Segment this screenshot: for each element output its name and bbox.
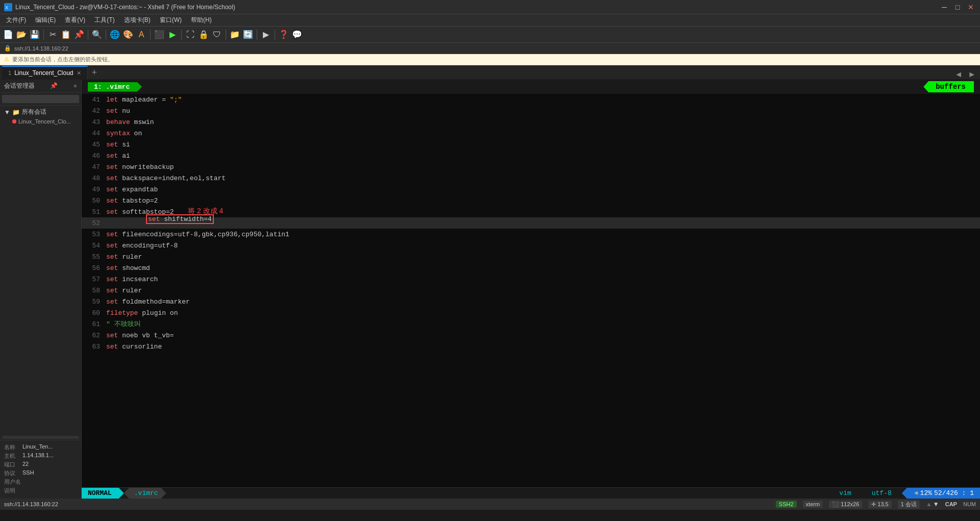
- sidebar-search-input[interactable]: [2, 95, 79, 103]
- tab-add-button[interactable]: +: [88, 66, 102, 79]
- folder-button[interactable]: 📁: [229, 29, 241, 41]
- stop-button[interactable]: ⬛: [153, 29, 165, 41]
- line-num-41: 41: [82, 96, 106, 104]
- host-value: 1.14.138.1...: [22, 452, 77, 460]
- line-content-55: set ruler: [106, 253, 142, 261]
- sidebar-search-area: [0, 93, 81, 106]
- line-num-62: 62: [82, 332, 106, 339]
- line-num-53: 53: [82, 231, 106, 238]
- tab-next-button[interactable]: ►: [966, 70, 978, 79]
- line-num-43: 43: [82, 118, 106, 126]
- sidebar-pin-icon: 📌: [50, 82, 58, 90]
- all-sessions-header[interactable]: ▼ 📁 所有会话: [4, 108, 77, 116]
- bottom-bar: ssh://1.14.138.160:22 SSH2 xterm ⬛ 112x2…: [0, 499, 980, 510]
- line-content-63: set cursorline: [106, 343, 162, 351]
- maximize-button[interactable]: □: [952, 2, 963, 12]
- menu-tools[interactable]: 工具(T): [90, 15, 118, 26]
- line-num-48: 48: [82, 175, 106, 182]
- code-line-60: 60 filetype plugin on: [82, 307, 980, 318]
- lock-button[interactable]: 🔒: [198, 29, 210, 41]
- bottom-sessions-badge: 1 会话: [898, 500, 920, 509]
- bottom-size-badge: ⬛ 112x26: [829, 501, 862, 508]
- tab-linux-tencent[interactable]: 1 Linux_Tencent_Cloud ✕: [2, 66, 88, 79]
- more-button[interactable]: ▶: [260, 29, 272, 41]
- sidebar-close-icon[interactable]: ✕: [74, 82, 77, 90]
- menu-window[interactable]: 窗口(W): [156, 15, 186, 26]
- copy-button[interactable]: 📋: [60, 29, 72, 41]
- session-info: 名称 Linux_Ten... 主机 1.14.138.1... 端口 22 协…: [0, 440, 81, 499]
- code-line-59: 59 set foldmethod=marker: [82, 296, 980, 307]
- menu-view[interactable]: 查看(V): [61, 15, 89, 26]
- line-num-58: 58: [82, 287, 106, 294]
- save-button[interactable]: 💾: [29, 29, 41, 41]
- paste-button[interactable]: 📌: [73, 29, 85, 41]
- session-label: Linux_Tencent_Clo...: [18, 118, 71, 125]
- toolbar-sep-2: [88, 30, 88, 40]
- vim-progress: 12%: [920, 489, 932, 497]
- line-content-44: syntax on: [106, 130, 142, 137]
- cut-button[interactable]: ✂: [46, 29, 59, 41]
- code-line-61: 61 " 不吱吱叫: [82, 318, 980, 330]
- menu-tabs[interactable]: 选项卡(B): [120, 15, 155, 26]
- line-content-46: set ai: [106, 152, 130, 160]
- line-content-59: set foldmethod=marker: [106, 298, 190, 306]
- terminal-area[interactable]: 1: .vimrc buffers 41 let mapleader = ";"…: [82, 80, 980, 499]
- connect-button[interactable]: 🌐: [109, 29, 121, 41]
- line-content-61: " 不吱吱叫: [106, 319, 141, 329]
- help-button[interactable]: ❓: [278, 29, 290, 41]
- line-num-55: 55: [82, 253, 106, 261]
- code-line-55: 55 set ruler: [82, 251, 980, 262]
- toolbar-sep-8: [275, 30, 275, 40]
- new-button[interactable]: 📄: [2, 29, 14, 41]
- buffers-button[interactable]: buffers: [923, 81, 974, 92]
- line-num-44: 44: [82, 130, 106, 137]
- username-value: [22, 478, 77, 486]
- code-line-44: 44 syntax on: [82, 128, 980, 139]
- color-button[interactable]: 🎨: [122, 29, 134, 41]
- session-item-linux[interactable]: Linux_Tencent_Clo...: [4, 117, 77, 126]
- line-content-56: set showcmd: [106, 264, 150, 272]
- menu-edit[interactable]: 编辑(E): [31, 15, 60, 26]
- username-label: 用户名: [4, 478, 22, 486]
- app-icon: X Linux_Tencent_Cloud - zw@VM-0-17-cento…: [4, 3, 235, 11]
- toolbar-sep-3: [106, 30, 106, 40]
- info-port: 端口 22: [4, 461, 77, 468]
- num-indicator: NUM: [963, 501, 976, 507]
- close-button[interactable]: ✕: [966, 2, 976, 12]
- find-button[interactable]: 🔍: [91, 29, 103, 41]
- sidebar-scrollbar[interactable]: [2, 436, 79, 439]
- port-value: 22: [22, 461, 77, 468]
- code-line-42: 42 set nu: [82, 105, 980, 116]
- menu-help[interactable]: 帮助(H): [187, 15, 216, 26]
- transfer-button[interactable]: 🔄: [242, 29, 254, 41]
- toolbar-sep-7: [257, 30, 257, 40]
- code-line-47: 47 set nowritebackup: [82, 161, 980, 172]
- nav-up-arrow[interactable]: ▲: [926, 501, 932, 508]
- toolbar-sep-5: [181, 30, 182, 40]
- code-line-50: 50 set tabstop=2: [82, 195, 980, 206]
- tab-close-button[interactable]: ✕: [77, 70, 81, 77]
- open-button[interactable]: 📂: [15, 29, 28, 41]
- line-content-48: set backspace=indent,eol,start: [106, 175, 226, 182]
- tab-prev-button[interactable]: ◄: [952, 70, 965, 79]
- code-line-58: 58 set ruler: [82, 285, 980, 296]
- expand-button[interactable]: ⛶: [184, 29, 197, 41]
- nav-down-arrow[interactable]: ▼: [933, 501, 939, 508]
- cursor-icon: ✛: [871, 501, 876, 507]
- code-area: 41 let mapleader = ";" 42 set nu 43 beha…: [82, 94, 980, 487]
- window-title: Linux_Tencent_Cloud - zw@VM-0-17-centos:…: [15, 4, 235, 11]
- menu-file[interactable]: 文件(F): [2, 15, 30, 26]
- line-num-61: 61: [82, 320, 106, 328]
- code-line-63: 63 set cursorline: [82, 341, 980, 352]
- group-label: 所有会话: [22, 108, 46, 116]
- line-num-60: 60: [82, 309, 106, 317]
- minimize-button[interactable]: ─: [939, 2, 949, 12]
- font-button[interactable]: A: [135, 29, 148, 41]
- play-button[interactable]: ▶: [166, 29, 179, 41]
- shield-button[interactable]: 🛡: [211, 29, 223, 41]
- sidebar: 会话管理器 📌 ✕ ▼ 📁 所有会话 Linux_Tencent_Clo...: [0, 80, 82, 499]
- info-protocol: 协议 SSH: [4, 469, 77, 477]
- ssh-bar: 🔒 ssh://1.14.138.160:22: [0, 43, 980, 54]
- chat-button[interactable]: 💬: [291, 29, 303, 41]
- info-desc: 说明: [4, 487, 77, 494]
